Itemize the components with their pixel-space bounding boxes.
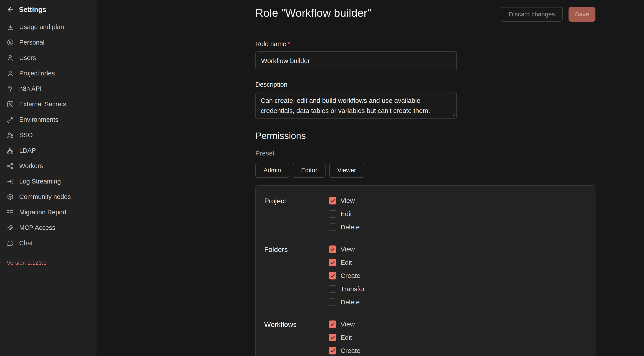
mcp-icon (6, 224, 14, 231)
checkbox-unchecked[interactable] (329, 223, 336, 231)
arrow-left-icon (6, 6, 14, 13)
permission-section-title: Folders (264, 246, 329, 306)
sidebar-item-external-secrets[interactable]: External Secrets (0, 96, 96, 112)
checkbox-checked[interactable] (329, 272, 336, 280)
log-in-icon (6, 178, 14, 185)
permission-section-folders: FoldersViewEditCreateTransferDelete (264, 246, 586, 306)
git-branch-icon (6, 116, 14, 123)
chat-bubble-icon (6, 240, 14, 247)
checkbox-label[interactable]: View (340, 246, 355, 253)
checkbox-checked[interactable] (329, 321, 336, 328)
sidebar-item-label: SSO (19, 131, 33, 139)
sidebar-item-label: Environments (19, 116, 58, 123)
preset-button-editor[interactable]: Editor (293, 163, 325, 178)
checkbox-unchecked[interactable] (329, 299, 336, 306)
section-divider (264, 313, 588, 314)
sidebar-item-label: Chat (19, 240, 33, 247)
checkbox-label[interactable]: Delete (340, 223, 360, 231)
checkbox-label[interactable]: View (340, 197, 355, 204)
sidebar-item-workers[interactable]: Workers (0, 158, 96, 174)
permission-row-folders-delete[interactable]: Delete (329, 299, 365, 306)
permission-section-title: Workflows (264, 321, 329, 355)
permission-checkbox-list: ViewEditDelete (329, 197, 360, 231)
permission-section-title: Project (264, 197, 329, 231)
checkbox-label[interactable]: Create (340, 347, 360, 355)
sidebar-item-mcp-access[interactable]: MCP Access (0, 220, 96, 235)
role-name-label: Role name* (255, 40, 290, 48)
sidebar-item-migration-report[interactable]: Migration Report (0, 204, 96, 220)
preset-button-viewer[interactable]: Viewer (329, 163, 364, 178)
checkbox-checked[interactable] (329, 197, 336, 204)
permissions-heading: Permissions (255, 131, 306, 141)
permission-row-workflows-view[interactable]: View (329, 321, 360, 328)
section-divider (264, 238, 588, 238)
cube-icon (6, 193, 14, 201)
sidebar-item-label: Users (19, 54, 36, 61)
page-title: Role "Workflow builder" (255, 6, 371, 19)
sidebar-item-label: Usage and plan (19, 23, 64, 31)
sidebar-item-environments[interactable]: Environments (0, 112, 96, 127)
permission-section-workflows: WorkflowsViewEditCreate (264, 321, 586, 355)
vault-icon (6, 101, 14, 108)
sidebar-item-n8n-api[interactable]: n8n API (0, 81, 96, 96)
sidebar-title: Settings (19, 6, 46, 14)
sidebar-item-log-streaming[interactable]: Log Streaming (0, 174, 96, 189)
preset-label: Preset (255, 150, 274, 157)
role-name-input[interactable] (255, 51, 457, 70)
settings-back-header[interactable]: Settings (0, 0, 96, 14)
permission-row-workflows-edit[interactable]: Edit (329, 334, 360, 341)
sidebar-item-label: MCP Access (19, 224, 56, 231)
checkbox-checked[interactable] (329, 347, 336, 355)
user-icon (6, 70, 14, 77)
preset-button-admin[interactable]: Admin (255, 163, 289, 178)
list-check-icon (6, 209, 14, 216)
permission-row-folders-edit[interactable]: Edit (329, 259, 365, 266)
checkbox-unchecked[interactable] (329, 210, 336, 218)
permission-checkbox-list: ViewEditCreate (329, 321, 360, 355)
permission-checkbox-list: ViewEditCreateTransferDelete (329, 246, 365, 306)
required-asterisk: * (288, 40, 290, 47)
checkbox-label[interactable]: Delete (340, 299, 360, 306)
version-label: Version 1.123.1 (6, 259, 46, 266)
sidebar-item-label: n8n API (19, 85, 42, 92)
description-label: Description (255, 81, 287, 88)
permissions-panel: ProjectViewEditDeleteFoldersViewEditCrea… (255, 185, 596, 356)
checkbox-checked[interactable] (329, 259, 336, 266)
sidebar-item-usage-and-plan[interactable]: Usage and plan (0, 19, 96, 35)
sidebar-nav: Usage and planPersonalUsersProject roles… (0, 19, 96, 251)
sidebar-item-label: Community nodes (19, 193, 71, 201)
checkbox-label[interactable]: Edit (340, 210, 352, 218)
checkbox-checked[interactable] (329, 334, 336, 341)
permission-row-project-view[interactable]: View (329, 197, 360, 204)
permission-row-workflows-create[interactable]: Create (329, 347, 360, 355)
chart-column-icon (6, 23, 14, 31)
settings-role-page: { "sidebar": { "header_label": "Settings… (0, 0, 644, 356)
sidebar-item-label: Workers (19, 162, 43, 170)
sitemap-icon (6, 147, 14, 154)
sidebar-item-sso[interactable]: SSO (0, 127, 96, 143)
permission-row-folders-create[interactable]: Create (329, 272, 365, 280)
save-button[interactable]: Save (568, 7, 596, 22)
sidebar-item-users[interactable]: Users (0, 50, 96, 65)
checkbox-unchecked[interactable] (329, 285, 336, 293)
checkbox-label[interactable]: Transfer (340, 285, 365, 293)
permission-row-folders-transfer[interactable]: Transfer (329, 285, 365, 293)
sidebar-item-label: Personal (19, 39, 44, 46)
checkbox-label[interactable]: Edit (340, 259, 352, 266)
checkbox-label[interactable]: Create (340, 272, 360, 280)
checkbox-label[interactable]: Edit (340, 334, 352, 341)
discard-changes-button[interactable]: Discard changes (501, 7, 563, 22)
preset-buttons: AdminEditorViewer (255, 163, 364, 178)
sidebar-item-personal[interactable]: Personal (0, 35, 96, 50)
sidebar-item-label: Project roles (19, 70, 55, 77)
checkbox-checked[interactable] (329, 246, 336, 253)
sidebar-item-chat[interactable]: Chat (0, 235, 96, 251)
sidebar-item-project-roles[interactable]: Project roles (0, 65, 96, 81)
permission-row-project-delete[interactable]: Delete (329, 223, 360, 231)
checkbox-label[interactable]: View (340, 321, 355, 328)
sidebar-item-community-nodes[interactable]: Community nodes (0, 189, 96, 204)
sidebar-item-ldap[interactable]: LDAP (0, 143, 96, 158)
description-textarea[interactable] (255, 92, 457, 119)
permission-row-folders-view[interactable]: View (329, 246, 365, 253)
permission-row-project-edit[interactable]: Edit (329, 210, 360, 218)
